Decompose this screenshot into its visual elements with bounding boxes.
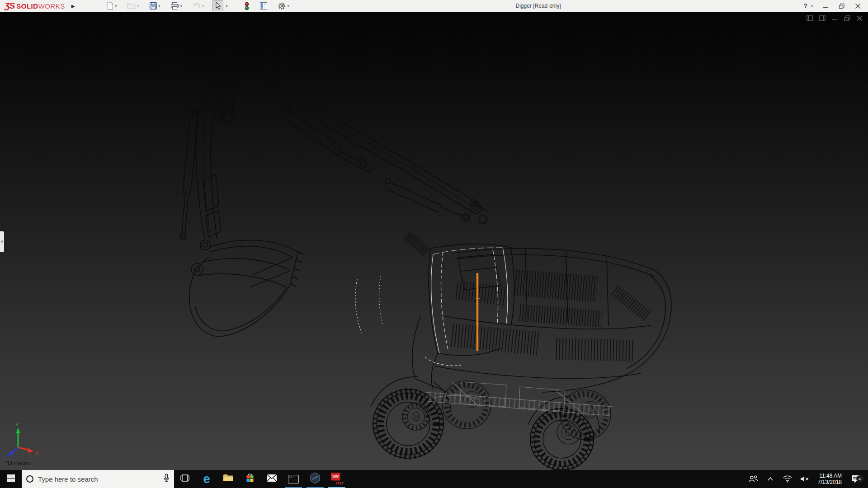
save-button[interactable]: ▾ [147, 0, 162, 11]
select-tool-button[interactable] [212, 0, 223, 11]
featuremanager-collapsed-tab[interactable] [0, 231, 4, 252]
taskbar: e C:\ SW [0, 470, 868, 488]
chevron-down-icon: ▾ [226, 4, 228, 8]
system-tray: 11:48 AM 7/13/2018 4 [746, 470, 868, 488]
task-view-button[interactable] [174, 470, 196, 488]
task-properties-button[interactable] [258, 0, 269, 11]
tray-time: 11:48 AM [818, 473, 842, 479]
solidworks-logo: ƷS SOLID WORKS [0, 1, 65, 11]
chevron-down-icon[interactable]: ▾ [180, 4, 182, 8]
notification-badge: 4 [856, 475, 863, 482]
action-center-button[interactable]: 4 [848, 474, 863, 483]
triad-y-label: Y [15, 422, 19, 427]
solidworks-taskbar-button[interactable]: SW 2017 [326, 470, 348, 488]
rebuild-stoplight-button[interactable] [242, 0, 251, 11]
solidworks-logo-mark: ƷS [5, 1, 14, 11]
document-close-button[interactable] [857, 15, 863, 21]
solidworks-cube: SW [331, 473, 340, 480]
digger-white-highlight-edges [355, 248, 508, 366]
people-icon[interactable] [746, 475, 760, 483]
command-prompt-button[interactable]: C:\ [283, 470, 304, 488]
options-button[interactable]: ▾ [276, 0, 291, 11]
undo-arrow-icon [192, 2, 201, 10]
new-document-button[interactable]: ▾ [104, 0, 119, 11]
digger-wheels [373, 381, 611, 470]
chevron-down-icon[interactable]: ▾ [159, 4, 160, 8]
document-restore-button[interactable] [844, 15, 850, 21]
wireframe-digger-model[interactable]: Y X Z [0, 12, 868, 470]
window-controls: ? ▾ [803, 2, 868, 9]
menu-flyout-arrow[interactable]: ▶ [69, 1, 78, 10]
edge-icon: e [203, 473, 210, 485]
hexagon-app-icon [310, 472, 321, 486]
desktop: ƷS SOLID WORKS ▶ ▾ ▾ ▾ [0, 0, 868, 488]
properties-list-icon [259, 2, 268, 10]
stoplight-icon [244, 2, 250, 10]
hexagon-app-button[interactable] [304, 470, 326, 488]
restore-button[interactable] [839, 3, 845, 9]
help-button[interactable]: ? [803, 2, 807, 9]
edge-button[interactable]: e [196, 470, 217, 488]
cortana-icon [26, 475, 33, 483]
pane-right-icon[interactable] [819, 15, 826, 21]
orientation-triad[interactable]: Y X Z [5, 422, 39, 460]
window-title: Digger [Read-only] [291, 3, 804, 9]
solidworks-logo-works: WORKS [38, 2, 65, 10]
taskbar-search[interactable] [22, 470, 174, 488]
new-document-icon [106, 2, 114, 10]
tray-date: 7/13/2018 [818, 479, 842, 485]
digger-black-edges [180, 63, 671, 432]
start-button[interactable] [0, 470, 22, 488]
triad-x-label: X [35, 450, 39, 455]
command-prompt-icon: C:\ [288, 475, 299, 483]
clock[interactable]: 11:48 AM 7/13/2018 [815, 473, 844, 485]
chevron-up-icon[interactable] [764, 477, 777, 481]
close-button[interactable] [855, 3, 861, 9]
mail-envelope-icon [266, 474, 277, 484]
chevron-down-icon[interactable]: ▾ [288, 4, 289, 8]
select-cursor-icon [214, 2, 222, 10]
chevron-down-icon[interactable]: ▾ [811, 4, 813, 8]
solidworks-year: 2017 [335, 481, 344, 485]
select-tool-dropdown[interactable]: ▾ [223, 0, 230, 11]
document-window-controls [807, 15, 863, 21]
folder-icon [223, 474, 234, 484]
wifi-icon[interactable] [781, 475, 794, 483]
minimize-button[interactable] [823, 3, 829, 9]
file-explorer-button[interactable] [217, 470, 239, 488]
task-view-icon [180, 474, 190, 484]
solidworks-logo-solid: SOLID [16, 2, 38, 10]
quick-toolbar: ▾ ▾ ▾ ▾ [104, 0, 291, 12]
chevron-down-icon[interactable]: ▾ [115, 4, 117, 8]
digger-chassis-gray-edges [425, 382, 613, 416]
undo-button[interactable]: ▾ [190, 0, 206, 11]
document-minimize-button[interactable] [832, 15, 838, 21]
windows-logo-icon [7, 474, 15, 484]
chevron-down-icon[interactable]: ▾ [137, 4, 139, 8]
view-orientation-label: *Dimetric [5, 460, 30, 466]
open-button[interactable]: ▾ [125, 0, 141, 11]
save-floppy-icon [149, 2, 157, 10]
store-icon [245, 473, 255, 485]
graphics-viewport[interactable]: Y X Z *Dimetric [0, 12, 868, 470]
solidworks-2017-icon: SW 2017 [330, 473, 344, 485]
microphone-icon[interactable] [163, 474, 170, 484]
print-button[interactable]: ▾ [169, 0, 184, 11]
chevron-down-icon[interactable]: ▾ [203, 4, 204, 8]
gear-icon [278, 2, 286, 10]
print-icon [170, 2, 179, 10]
titlebar: ƷS SOLID WORKS ▶ ▾ ▾ ▾ [0, 0, 868, 12]
mail-button[interactable] [261, 470, 283, 488]
store-button[interactable] [239, 470, 261, 488]
open-folder-icon [127, 2, 136, 10]
volume-muted-icon[interactable] [798, 475, 811, 483]
pane-left-icon[interactable] [807, 15, 813, 21]
search-input[interactable] [38, 475, 159, 483]
